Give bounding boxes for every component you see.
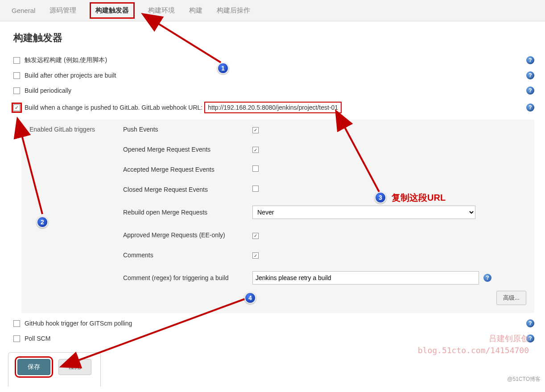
label-build-after: Build after other projects are built — [25, 72, 116, 79]
gitlab-webhook-url: http://192.168.20.5:8080/jenkins/project… — [204, 102, 342, 113]
help-icon[interactable]: ? — [483, 274, 491, 282]
checkbox-closed-mr[interactable] — [252, 186, 259, 192]
row-github-hook: GitHub hook trigger for GITScm polling ? — [11, 316, 534, 331]
checkbox-build-after[interactable] — [13, 72, 20, 79]
checkbox-trigger-remote[interactable] — [13, 57, 20, 64]
label-poll-scm: Poll SCM — [25, 335, 50, 342]
label-gitlab-push: Build when a change is pushed to GitLab.… — [25, 104, 202, 111]
apply-button[interactable]: 应用 — [58, 359, 91, 375]
tab-scm[interactable]: 源码管理 — [49, 4, 77, 17]
tab-general[interactable]: General — [11, 5, 36, 16]
gitlab-triggers-panel: Enabled GitLab triggers Push Events Open… — [21, 120, 534, 313]
content-area: 构建触发器 触发远程构建 (例如,使用脚本) ? Build after oth… — [0, 21, 545, 346]
config-tabbar: General 源码管理 构建触发器 构建环境 构建 构建后操作 — [0, 0, 545, 21]
help-icon[interactable]: ? — [526, 319, 534, 327]
advanced-button[interactable]: 高级... — [496, 291, 526, 305]
checkbox-approved-mr[interactable] — [252, 233, 259, 239]
footer-action-bar: 保存 应用 — [8, 352, 101, 387]
row-build-after: Build after other projects are built ? — [11, 68, 534, 83]
checkbox-comments[interactable] — [252, 252, 259, 259]
row-build-periodically: Build periodically ? — [11, 83, 534, 98]
checkbox-gitlab-push[interactable] — [13, 104, 20, 111]
label-opened-mr: Opened Merge Request Events — [123, 146, 252, 153]
row-gitlab-push: Build when a change is pushed to GitLab.… — [11, 98, 534, 117]
label-comments: Comments — [123, 252, 252, 259]
help-icon[interactable]: ? — [526, 87, 534, 95]
tab-build[interactable]: 构建 — [188, 4, 203, 17]
gitlab-triggers-header: Enabled GitLab triggers — [29, 126, 123, 133]
checkbox-opened-mr[interactable] — [252, 147, 259, 153]
checkbox-poll-scm[interactable] — [13, 335, 20, 342]
save-button[interactable]: 保存 — [17, 359, 50, 375]
tab-build-env[interactable]: 构建环境 — [147, 4, 176, 17]
label-github-hook: GitHub hook trigger for GITScm polling — [25, 320, 132, 327]
label-accepted-mr: Accepted Merge Request Events — [123, 166, 252, 173]
label-comment-regex: Comment (regex) for triggering a build — [123, 274, 252, 281]
annotation-badge-4: 4 — [244, 292, 256, 304]
label-push-events: Push Events — [123, 126, 252, 133]
help-icon[interactable]: ? — [526, 71, 534, 79]
annotation-badge-3: 3 — [375, 192, 386, 203]
tab-post-build[interactable]: 构建后操作 — [216, 4, 251, 17]
checkbox-build-periodically[interactable] — [13, 87, 20, 94]
watermark-corner: @51CTO博客 — [507, 375, 541, 383]
help-icon[interactable]: ? — [526, 56, 534, 64]
annotation-badge-1: 1 — [217, 62, 229, 74]
input-comment-regex[interactable] — [252, 271, 479, 285]
annotation-badge-2: 2 — [37, 216, 48, 228]
annotation-text-copy-url: 复制这段URL — [392, 192, 446, 204]
select-rebuild-open-mr[interactable]: Never — [252, 206, 475, 219]
checkbox-accepted-mr[interactable] — [252, 165, 259, 172]
label-build-periodically: Build periodically — [25, 87, 71, 94]
label-trigger-remote: 触发远程构建 (例如,使用脚本) — [25, 56, 107, 64]
checkbox-github-hook[interactable] — [13, 320, 20, 327]
label-approved-mr: Approved Merge Requests (EE-only) — [123, 231, 252, 239]
help-icon[interactable]: ? — [526, 103, 534, 111]
tab-build-triggers[interactable]: 构建触发器 — [90, 2, 135, 19]
label-rebuild-open-mr: Rebuild open Merge Requests — [123, 209, 252, 216]
label-closed-mr: Closed Merge Request Events — [123, 186, 252, 193]
section-title: 构建触发器 — [13, 31, 534, 45]
checkbox-push-events[interactable] — [252, 127, 259, 133]
watermark-author: 吕建钊原创 blog.51cto.com/14154700 — [418, 332, 529, 356]
row-trigger-remote: 触发远程构建 (例如,使用脚本) ? — [11, 53, 534, 68]
